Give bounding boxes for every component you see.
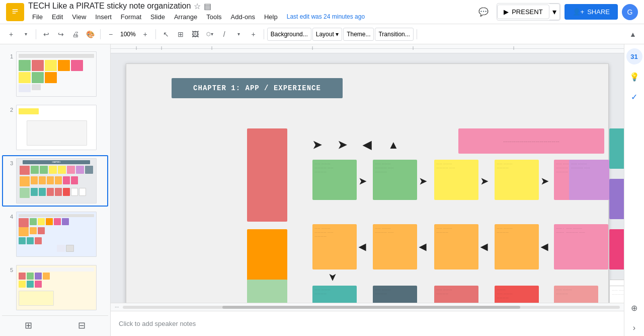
user-avatar[interactable]: G bbox=[622, 4, 638, 20]
toolbar-zoom-group: − 100% + bbox=[104, 27, 152, 41]
canvas-scroll[interactable]: CHAPTER 1: APP / EXPERIENCE ➤ ➤ ◀ ▲ …………… bbox=[111, 53, 624, 303]
svg-rect-3 bbox=[13, 13, 16, 13]
present-button[interactable]: ▶ PRESENT bbox=[497, 5, 549, 19]
slide-thumb-1[interactable]: 1 bbox=[2, 48, 108, 100]
background-dropdown[interactable]: Background... bbox=[267, 28, 311, 41]
doc-title[interactable]: TECH Like a PIRATE sticky note organizat… bbox=[28, 2, 191, 11]
arrow-r1-3: ◀ bbox=[363, 139, 371, 152]
arrow-r1-c: ➤ bbox=[480, 176, 488, 187]
app-icon[interactable] bbox=[6, 3, 24, 21]
slide-thumb-4[interactable]: 4 bbox=[2, 209, 108, 260]
share-button[interactable]: 👤+ SHARE bbox=[565, 4, 618, 20]
star-icon[interactable]: ☆ bbox=[194, 2, 201, 11]
background-label: Background... bbox=[271, 31, 308, 38]
sticky-r1-3: …… ………………… …… bbox=[434, 160, 478, 200]
zoom-level[interactable]: 100% bbox=[118, 31, 138, 38]
menu-edit[interactable]: Edit bbox=[48, 11, 67, 23]
text-box-tool[interactable]: ⊞ bbox=[174, 27, 188, 41]
menu-insert[interactable]: Insert bbox=[91, 11, 116, 23]
slide-num-5: 5 bbox=[5, 267, 13, 273]
grid-view-button[interactable]: ⊞ bbox=[25, 320, 32, 331]
tasks-icon[interactable]: ✓ bbox=[626, 89, 642, 105]
layout-dropdown[interactable]: Layout ▾ bbox=[312, 28, 342, 41]
sticky-r1-6: …… ………………… …… bbox=[569, 160, 609, 200]
menu-view[interactable]: View bbox=[68, 11, 90, 23]
lightbulb-icon[interactable]: 💡 bbox=[626, 69, 642, 85]
main-area: 1 2 3 bbox=[0, 44, 644, 336]
svg-rect-1 bbox=[13, 9, 18, 10]
toolbar-sep-1 bbox=[36, 29, 36, 39]
sticky-r3-3: …… ………………… bbox=[434, 286, 478, 303]
add-dropdown[interactable]: ▾ bbox=[19, 27, 33, 41]
present-dropdown[interactable]: ▾ bbox=[549, 4, 560, 20]
toolbar-sep-2 bbox=[100, 29, 101, 39]
arrow-r1-2: ➤ bbox=[338, 139, 347, 152]
sticky-r1-1: …… ………………… ……………… bbox=[312, 160, 357, 200]
menu-arrange[interactable]: Arrange bbox=[170, 11, 201, 23]
slide-preview-4 bbox=[16, 212, 97, 257]
sticky-r2-3: …… ………………… bbox=[434, 224, 478, 270]
arrow-r2-a: ◀ bbox=[359, 241, 366, 252]
zoom-in-button[interactable]: + bbox=[138, 27, 152, 41]
image-tool[interactable]: 🖼 bbox=[188, 27, 202, 41]
arrow-r1-4: ▲ bbox=[388, 139, 399, 152]
header-pink-sticky: …………………………………… bbox=[458, 128, 604, 154]
horizontal-scrollbar[interactable]: ··· bbox=[111, 303, 624, 311]
arrow-r1-d: ➤ bbox=[541, 176, 548, 187]
menu-file[interactable]: File bbox=[28, 11, 47, 23]
slide-num-3: 3 bbox=[5, 160, 13, 166]
layout-label: Layout ▾ bbox=[316, 31, 339, 38]
shape-tool[interactable]: ⬡▾ bbox=[203, 27, 217, 41]
toolbar-insert-group: + ▾ bbox=[4, 27, 33, 41]
slide-thumb-5[interactable]: 5 bbox=[2, 262, 108, 313]
menu-format[interactable]: Format bbox=[117, 11, 145, 23]
folder-icon[interactable]: ▤ bbox=[204, 2, 211, 11]
sticky-r2-6: …… ………………… …… bbox=[564, 224, 608, 270]
calendar-icon[interactable]: 31 bbox=[626, 48, 642, 64]
menu-help[interactable]: Help bbox=[260, 11, 282, 23]
collapse-toolbar-button[interactable]: ▲ bbox=[626, 27, 640, 41]
sticky-r2-1: …… ………………… ……………… bbox=[312, 224, 357, 270]
redo-button[interactable]: ↪ bbox=[54, 27, 68, 41]
sticky-r2-4: …… ………………… bbox=[495, 224, 539, 270]
sticky-r2-2: …… ………………… …… bbox=[373, 224, 417, 270]
chat-button[interactable]: 💬 bbox=[474, 3, 493, 21]
add-button[interactable]: + bbox=[4, 27, 18, 41]
sticky-r3-6-white: …… ………………… bbox=[609, 286, 624, 303]
cursor-tool[interactable]: ↖ bbox=[159, 27, 173, 41]
paint-format-button[interactable]: 🎨 bbox=[83, 27, 97, 41]
slide-num-4: 4 bbox=[5, 214, 13, 220]
svg-rect-0 bbox=[11, 7, 20, 17]
theme-dropdown[interactable]: Theme... bbox=[343, 28, 374, 41]
menu-addons[interactable]: Add-ons bbox=[227, 11, 259, 23]
last-edit-status[interactable]: Last edit was 24 minutes ago bbox=[287, 13, 365, 20]
slide-thumb-2[interactable]: 2 bbox=[2, 102, 108, 153]
toolbar-undo-group: ↩ ↪ 🖨 🎨 bbox=[39, 27, 97, 41]
toolbar-collapse[interactable]: ▲ bbox=[626, 27, 640, 41]
right-teal-sticky bbox=[609, 128, 624, 169]
big-green-sticky bbox=[247, 280, 287, 303]
transition-dropdown[interactable]: Transition... bbox=[375, 28, 413, 41]
scrollbar-thumb[interactable] bbox=[222, 306, 521, 309]
sticky-r3-2: …… ………………… bbox=[373, 286, 417, 303]
title-area: TECH Like a PIRATE sticky note organizat… bbox=[28, 2, 365, 23]
menu-slide[interactable]: Slide bbox=[146, 11, 169, 23]
chevron-right-icon[interactable]: › bbox=[626, 320, 642, 336]
sticky-r3-4: …………… ………………… bbox=[495, 286, 539, 303]
line-tool[interactable]: / bbox=[217, 27, 231, 41]
expand-icon[interactable]: ⊕ bbox=[626, 300, 642, 316]
line-dropdown[interactable]: ▾ bbox=[232, 27, 246, 41]
slide-thumb-3[interactable]: 3 CHAPTER 1 bbox=[2, 155, 108, 207]
undo-button[interactable]: ↩ bbox=[39, 27, 53, 41]
comment-tool[interactable]: + bbox=[247, 27, 261, 41]
speaker-notes-area[interactable]: Click to add speaker notes bbox=[111, 311, 624, 336]
arrow-r2-d: ◀ bbox=[541, 241, 548, 252]
share-label: SHARE bbox=[587, 8, 610, 16]
zoom-out-button[interactable]: − bbox=[104, 27, 118, 41]
scrollbar-track[interactable] bbox=[123, 306, 620, 309]
menu-tools[interactable]: Tools bbox=[202, 11, 225, 23]
big-red-sticky bbox=[247, 128, 287, 222]
slide-num-1: 1 bbox=[5, 53, 13, 59]
list-view-button[interactable]: ⊟ bbox=[78, 320, 86, 331]
print-button[interactable]: 🖨 bbox=[68, 27, 83, 41]
